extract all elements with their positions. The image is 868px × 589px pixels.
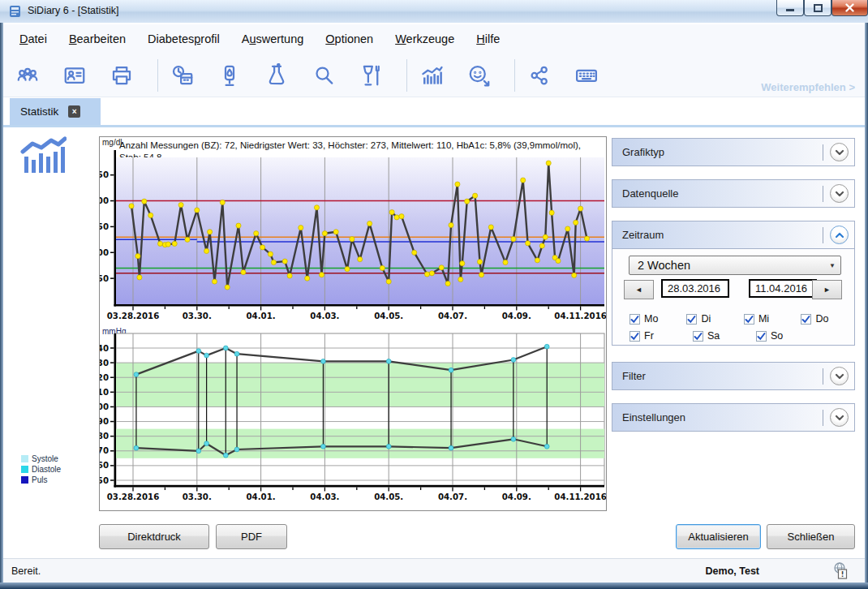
- svg-text:!: !: [840, 570, 844, 578]
- keyboard-toolbar-button[interactable]: [574, 62, 599, 88]
- checkbox-do[interactable]: [801, 314, 811, 325]
- panel-filter[interactable]: Filter: [612, 362, 855, 390]
- weekday-sa[interactable]: Sa: [693, 329, 756, 343]
- menu-item-werkzeuge[interactable]: Werkzeuge: [395, 32, 454, 45]
- weekday-mo[interactable]: Mo: [630, 312, 686, 326]
- weekday-di[interactable]: Di: [686, 312, 743, 326]
- tab-strip: Statistik ×: [3, 98, 865, 127]
- chevron-down-icon[interactable]: [830, 143, 849, 161]
- contact-card-toolbar-button[interactable]: [62, 62, 88, 88]
- checkbox-fr[interactable]: [630, 331, 640, 342]
- date-back-button[interactable]: ◄: [624, 280, 654, 299]
- menu-item-auswertung[interactable]: Auswertung: [242, 32, 304, 45]
- minimize-button[interactable]: [776, 0, 804, 16]
- panel-zeitraum[interactable]: Zeitraum: [612, 221, 855, 249]
- tab-close-icon[interactable]: ×: [68, 105, 80, 118]
- status-user: Demo, Test: [706, 565, 759, 577]
- svg-text:03.28.2016: 03.28.2016: [107, 492, 159, 501]
- pdf-button[interactable]: PDF: [216, 524, 287, 549]
- logbook-toolbar-button[interactable]: [170, 62, 196, 88]
- weekday-do[interactable]: Do: [801, 312, 842, 326]
- glucose-meter-toolbar-button[interactable]: [217, 62, 243, 88]
- nutrition-toolbar-button[interactable]: [358, 62, 384, 88]
- maximize-button[interactable]: [804, 0, 831, 16]
- keyboard-icon: [574, 63, 599, 88]
- offline-globe-icon: !: [832, 561, 850, 581]
- date-to-field[interactable]: [749, 279, 817, 298]
- panel-datenquelle[interactable]: Datenquelle: [612, 179, 855, 208]
- statistics-toolbar-button[interactable]: [419, 62, 445, 88]
- check-icon: [801, 315, 810, 324]
- legend-label: Diastole: [32, 465, 61, 474]
- search-toolbar-button[interactable]: [311, 62, 337, 88]
- svg-text:04.07.: 04.07.: [438, 492, 467, 501]
- svg-text:50: 50: [100, 274, 109, 283]
- check-icon: [757, 332, 766, 341]
- chevron-down-icon[interactable]: [830, 367, 849, 385]
- svg-text:200: 200: [100, 196, 109, 205]
- glucose-meter-icon: [217, 63, 242, 88]
- chevron-down-icon: ▼: [824, 262, 840, 269]
- svg-text:100: 100: [100, 248, 109, 257]
- menu-item-bearbeiten[interactable]: Bearbeiten: [69, 32, 126, 45]
- date-from-field[interactable]: [661, 279, 729, 298]
- legend-swatch: [21, 476, 28, 484]
- menu-item-hilfe[interactable]: Hilfe: [476, 32, 500, 45]
- weekday-label: Mi: [758, 313, 769, 325]
- svg-text:04.01.: 04.01.: [247, 312, 276, 320]
- weekday-label: So: [771, 330, 783, 342]
- panel-filter-label: Filter: [622, 370, 823, 382]
- checkbox-di[interactable]: [686, 314, 697, 325]
- tab-statistik[interactable]: Statistik ×: [10, 98, 101, 125]
- weekday-so[interactable]: So: [756, 329, 819, 343]
- status-message: Bereit.: [11, 565, 41, 577]
- lab-flask-toolbar-button[interactable]: [264, 62, 290, 88]
- chevron-down-icon[interactable]: [830, 408, 849, 427]
- search-icon: [312, 63, 336, 88]
- menu-item-optionen[interactable]: Optionen: [325, 32, 373, 45]
- svg-text:50: 50: [100, 476, 109, 485]
- zeitraum-preset-dropdown[interactable]: 2 Wochen ▼: [629, 256, 841, 275]
- recommend-link[interactable]: Weiterempfehlen >: [761, 81, 855, 93]
- checkbox-mi[interactable]: [744, 314, 754, 325]
- toolbar-separator: [406, 59, 407, 92]
- weekday-mi[interactable]: Mi: [744, 312, 801, 326]
- checkbox-mo[interactable]: [630, 314, 640, 325]
- date-forward-button[interactable]: ►: [812, 280, 842, 299]
- direktdruck-button[interactable]: Direktdruck: [99, 524, 209, 549]
- panel-einstellungen[interactable]: Einstellungen: [612, 403, 855, 432]
- svg-text:03.30.: 03.30.: [183, 312, 212, 320]
- chart-legend: SystoleDiastolePuls: [21, 454, 61, 486]
- checkbox-sa[interactable]: [693, 331, 703, 342]
- smiley-icon: [466, 63, 491, 88]
- weekday-label: Do: [815, 313, 828, 325]
- menu-item-diabetesprofil[interactable]: Diabetesprofil: [148, 32, 220, 45]
- panel-datenquelle-label: Datenquelle: [622, 187, 823, 200]
- schliessen-button[interactable]: Schließen: [767, 524, 855, 549]
- panel-separator: [823, 410, 823, 426]
- checkbox-so[interactable]: [756, 331, 767, 342]
- title-bar[interactable]: SiDiary 6 - [Statistik]: [0, 0, 868, 24]
- aktualisieren-button[interactable]: Aktualisieren: [676, 524, 761, 549]
- toolbar-separator: [157, 59, 158, 92]
- svg-text:04.05.: 04.05.: [374, 492, 403, 501]
- chevron-down-icon[interactable]: [830, 184, 849, 203]
- svg-text:60: 60: [100, 461, 109, 470]
- status-bar: Bereit. Demo, Test !: [3, 558, 865, 583]
- close-button[interactable]: [831, 0, 868, 16]
- svg-text:110: 110: [100, 388, 109, 397]
- chevron-up-icon[interactable]: [830, 226, 849, 244]
- svg-text:140: 140: [100, 344, 109, 353]
- panel-grafiktyp[interactable]: Grafiktyp: [612, 138, 855, 166]
- smiley-toolbar-button[interactable]: [466, 62, 492, 88]
- svg-text:04.11.2016: 04.11.2016: [554, 312, 606, 320]
- weekday-fr[interactable]: Fr: [630, 329, 693, 343]
- printer-toolbar-button[interactable]: [109, 62, 135, 88]
- users-toolbar-button[interactable]: [15, 62, 41, 88]
- panel-grafiktyp-label: Grafiktyp: [622, 146, 823, 158]
- share-toolbar-button[interactable]: [526, 62, 552, 88]
- legend-swatch: [21, 466, 28, 473]
- menu-item-datei[interactable]: Datei: [19, 32, 47, 45]
- nutrition-icon: [359, 63, 383, 88]
- window-title: SiDiary 6 - [Statistik]: [28, 5, 119, 16]
